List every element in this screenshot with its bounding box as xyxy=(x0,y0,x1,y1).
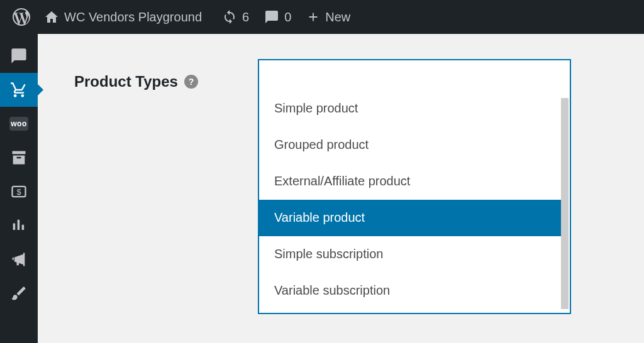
sidebar-item-marketing[interactable] xyxy=(0,242,38,276)
option-simple-product[interactable]: Simple product xyxy=(259,90,561,127)
help-icon[interactable]: ? xyxy=(184,75,198,89)
woo-icon: woo xyxy=(9,117,28,131)
cart-icon xyxy=(10,81,28,99)
plus-icon xyxy=(306,10,320,24)
updates-link[interactable]: 6 xyxy=(214,0,257,34)
admin-sidebar: woo $ xyxy=(0,34,38,343)
option-variable-product[interactable]: Variable product xyxy=(259,200,561,236)
product-types-select[interactable]: Simple product Grouped product External/… xyxy=(258,59,571,314)
home-icon xyxy=(44,9,59,24)
sidebar-item-payments[interactable]: $ xyxy=(0,175,38,209)
comment-icon xyxy=(10,47,28,65)
scrollbar[interactable] xyxy=(561,98,569,309)
settings-content: Product Types ? Simple product Grouped p… xyxy=(38,34,644,343)
megaphone-icon xyxy=(10,251,28,268)
wordpress-icon xyxy=(13,8,30,26)
option-grouped-product[interactable]: Grouped product xyxy=(259,127,561,163)
sidebar-item-archive[interactable] xyxy=(0,141,38,175)
product-types-setting-row: Product Types ? Simple product Grouped p… xyxy=(57,59,625,314)
new-content-link[interactable]: New xyxy=(299,0,358,34)
svg-text:$: $ xyxy=(16,187,21,197)
bar-chart-icon xyxy=(10,217,28,234)
setting-label-text: Product Types xyxy=(74,73,178,90)
site-name-label: WC Vendors Playground xyxy=(64,10,202,24)
refresh-icon xyxy=(222,9,237,24)
option-external-affiliate-product[interactable]: External/Affiliate product xyxy=(259,163,561,200)
dollar-box-icon: $ xyxy=(10,183,28,200)
select-options-list: Simple product Grouped product External/… xyxy=(259,90,561,313)
setting-label-container: Product Types ? xyxy=(57,59,233,90)
wordpress-logo[interactable] xyxy=(6,0,36,34)
sidebar-item-appearance[interactable] xyxy=(0,276,38,310)
comment-icon xyxy=(264,9,279,24)
comments-count-label: 0 xyxy=(284,10,291,24)
updates-count-label: 6 xyxy=(242,10,249,24)
sidebar-item-analytics[interactable] xyxy=(0,209,38,242)
new-label: New xyxy=(325,10,350,24)
sidebar-item-products[interactable] xyxy=(0,73,38,107)
sidebar-item-woocommerce[interactable]: woo xyxy=(0,107,38,141)
sidebar-item-comments[interactable] xyxy=(0,39,38,73)
site-home-link[interactable]: WC Vendors Playground xyxy=(36,0,209,34)
option-simple-subscription[interactable]: Simple subscription xyxy=(259,236,561,273)
admin-toolbar: WC Vendors Playground 6 0 New xyxy=(0,0,644,34)
comments-link[interactable]: 0 xyxy=(257,0,299,34)
archive-icon xyxy=(10,149,28,166)
brush-icon xyxy=(10,285,28,302)
option-variable-subscription[interactable]: Variable subscription xyxy=(259,273,561,304)
